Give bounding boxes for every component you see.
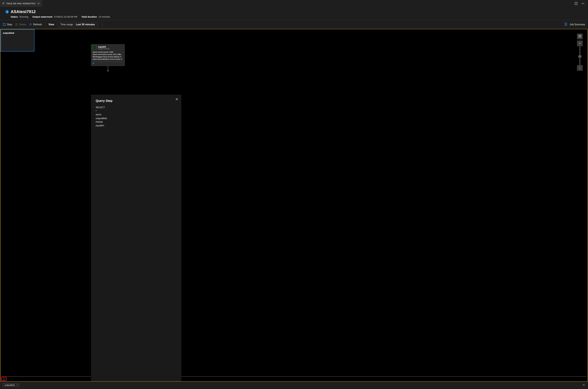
asa-job-icon: :) (5, 10, 9, 13)
delete-button[interactable]: Delete (15, 23, 26, 26)
stop-label: Stop (7, 23, 12, 26)
zoom-fit-button[interactable] (577, 34, 583, 39)
zoom-controls: + − (577, 34, 583, 71)
svg-point-7 (582, 3, 582, 4)
metric-line: Backlogged input events (latest): 0 (93, 56, 123, 58)
bottom-selector[interactable]: outputblob (3, 383, 19, 387)
close-popup-button[interactable] (175, 97, 179, 101)
metric-line: Input events (sum): 1149 (93, 51, 123, 53)
svg-point-8 (583, 3, 583, 4)
list-icon (2, 2, 5, 5)
tab-close-icon[interactable] (37, 2, 40, 5)
view-label[interactable]: View (48, 23, 54, 26)
query-line: FROM (96, 120, 177, 124)
zoom-slider-thumb[interactable] (578, 55, 581, 58)
stop-icon (3, 23, 6, 26)
tab-cloud-job-view[interactable]: Cloud Job View: ASAtest7912 (0, 0, 42, 7)
watermark-block: Output watermark 07/06/21 02:58:08 PM (32, 15, 77, 18)
query-line: * (96, 109, 177, 113)
bottom-panel-bar: outputblob (0, 382, 588, 389)
svg-point-9 (584, 3, 584, 4)
tab-bar: Cloud Job View: ASAtest7912 (0, 0, 588, 7)
output-node-title: outputblob (1, 30, 34, 36)
time-range-selector[interactable]: Time range : Last 30 minutes (57, 22, 98, 27)
query-line: outputBlob (96, 116, 177, 120)
svg-rect-16 (579, 36, 580, 37)
refresh-label: Refresh (33, 23, 42, 26)
watermark-value: 07/06/21 02:58:08 PM (54, 15, 77, 18)
split-editor-icon[interactable] (574, 1, 578, 5)
collapse-panel-button[interactable] (582, 384, 585, 387)
zoom-slider[interactable] (579, 46, 581, 65)
status-block: Status Running (11, 15, 28, 18)
chevron-down-icon (16, 384, 18, 386)
braces-icon: { } (3, 378, 5, 380)
zoom-in-button[interactable]: + (577, 40, 583, 46)
query-step-title: Query Step (96, 99, 177, 103)
tab-title: Cloud Job View: ASAtest7912 (6, 2, 35, 5)
eventhub-icon (93, 46, 96, 49)
job-summary-icon (564, 23, 568, 26)
query-line: INTO (96, 113, 177, 116)
diagram-node-outputblob[interactable]: outputblob { } (1, 29, 34, 52)
node-separator (1, 376, 587, 377)
job-header: :) ASAtest7912 Status Running Output wat… (0, 7, 588, 20)
time-range-label: Time range : (60, 23, 74, 26)
input-node-metrics: Input events (sum): 1149 Input event byt… (91, 50, 124, 62)
job-summary-button[interactable]: Job Summary (570, 23, 585, 26)
refresh-button[interactable]: Refresh (29, 23, 42, 26)
metric-line: Input deserialization errors (sum): 0 (93, 58, 123, 60)
duration-label: Total duration (81, 15, 97, 18)
status-label: Status (11, 15, 18, 18)
more-actions-icon[interactable] (581, 1, 585, 5)
input-node-subtitle: InputEventHub (98, 48, 110, 50)
query-line: SELECT (96, 105, 177, 109)
toolbar-separator (102, 22, 102, 27)
diagram-edge (108, 66, 108, 71)
svg-rect-15 (579, 35, 581, 37)
delete-label: Delete (19, 23, 26, 26)
query-script-button[interactable]: { } (1, 377, 7, 381)
status-value: Running (20, 15, 28, 18)
metric-line: Input event bytes (sum): 511.2 kBs (93, 53, 123, 56)
duration-value: 13 minutes (98, 15, 110, 18)
job-diagram-canvas[interactable]: + − inputeh InputEventHub Input events (… (0, 29, 588, 382)
zoom-out-button[interactable]: − (577, 65, 583, 71)
job-name: ASAtest7912 (11, 9, 36, 14)
query-line: inputEH (96, 124, 177, 127)
time-range-value: Last 30 minutes (76, 23, 95, 26)
toolbar: Stop Delete Refresh View Time range : La… (0, 20, 588, 29)
watermark-label: Output watermark (32, 15, 53, 18)
trash-icon (15, 23, 18, 26)
svg-point-17 (93, 64, 94, 64)
duration-block: Total duration 13 minutes (81, 15, 110, 18)
refresh-icon (29, 23, 32, 26)
bottom-selector-value: outputblob (4, 384, 15, 386)
locate-icon[interactable] (93, 62, 94, 65)
query-step-popup: Query Step SELECT * INTO outputBlob FROM… (91, 95, 181, 381)
diagram-node-inputeh[interactable]: inputeh InputEventHub Input events (sum)… (91, 44, 125, 66)
stop-button[interactable]: Stop (3, 23, 12, 26)
